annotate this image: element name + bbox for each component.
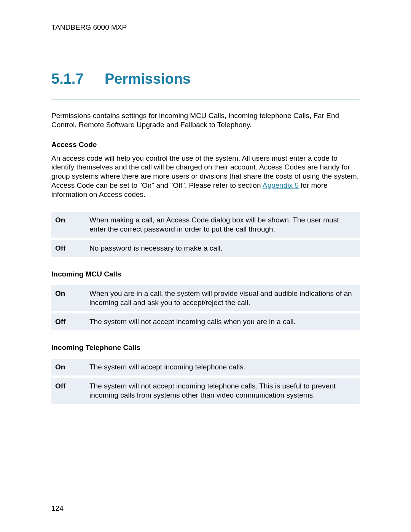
table-row: On The system will accept incoming telep…: [51, 359, 360, 375]
table-row: On When you are in a call, the system wi…: [51, 285, 360, 311]
table-row: Off The system will not accept incoming …: [51, 313, 360, 330]
table-row: On When making a call, an Access Code di…: [51, 212, 360, 238]
option-label: On: [51, 212, 86, 238]
table-row: Off The system will not accept incoming …: [51, 378, 360, 404]
page-number: 124: [51, 504, 64, 513]
option-desc: When you are in a call, the system will …: [86, 285, 360, 311]
document-header: TANDBERG 6000 MXP: [51, 23, 360, 32]
option-desc: The system will accept incoming telephon…: [86, 359, 360, 375]
table-row: Off No password is necessary to make a c…: [51, 240, 360, 257]
option-label: On: [51, 359, 86, 375]
option-label: Off: [51, 240, 86, 257]
page: TANDBERG 6000 MXP 5.1.7Permissions Permi…: [0, 0, 411, 532]
section-number: 5.1.7: [51, 70, 105, 88]
mcu-table: On When you are in a call, the system wi…: [51, 283, 360, 332]
mcu-heading: Incoming MCU Calls: [51, 270, 360, 279]
option-label: Off: [51, 313, 86, 330]
option-label: On: [51, 285, 86, 311]
intro-paragraph: Permissions contains settings for incomi…: [51, 111, 360, 129]
option-label: Off: [51, 378, 86, 404]
horizontal-rule: [51, 99, 360, 100]
access-code-heading: Access Code: [51, 140, 360, 149]
section-heading: 5.1.7Permissions: [51, 70, 360, 88]
section-title-text: Permissions: [105, 71, 191, 87]
access-code-table: On When making a call, an Access Code di…: [51, 209, 360, 259]
telephone-table: On The system will accept incoming telep…: [51, 356, 360, 406]
option-desc: When making a call, an Access Code dialo…: [86, 212, 360, 238]
option-desc: The system will not accept incoming call…: [86, 313, 360, 330]
access-code-body: An access code will help you control the…: [51, 154, 360, 199]
telephone-heading: Incoming Telephone Calls: [51, 343, 360, 352]
option-desc: The system will not accept incoming tele…: [86, 378, 360, 404]
appendix-link[interactable]: Appendix 5: [263, 181, 299, 189]
option-desc: No password is necessary to make a call.: [86, 240, 360, 257]
